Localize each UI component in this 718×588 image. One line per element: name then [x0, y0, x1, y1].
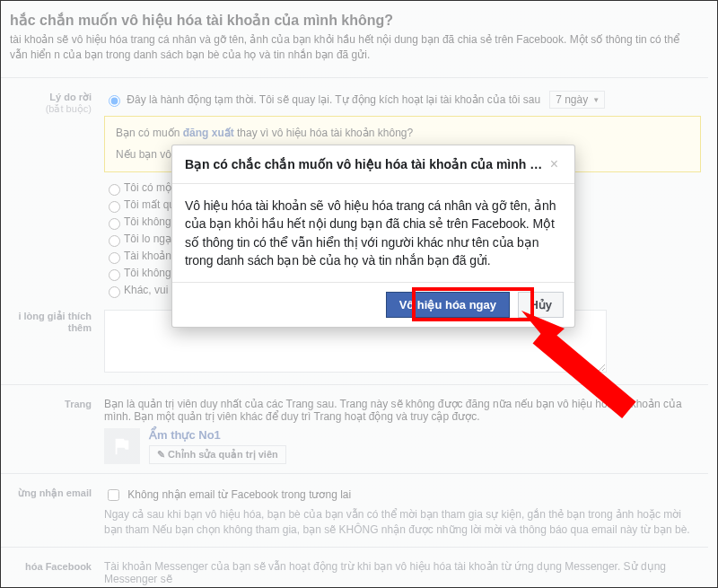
- cancel-button[interactable]: Hủy: [518, 292, 564, 318]
- confirm-deactivate-dialog: Bạn có chắc chắn muốn vô hiệu hóa tài kh…: [171, 145, 575, 328]
- deactivate-now-button[interactable]: Vô hiệu hóa ngay: [386, 292, 510, 318]
- close-icon[interactable]: ×: [547, 156, 562, 172]
- modal-title: Bạn có chắc chắn muốn vô hiệu hóa tài kh…: [185, 157, 547, 171]
- modal-body: Vô hiệu hóa tài khoản sẽ vô hiệu hóa tra…: [172, 184, 574, 282]
